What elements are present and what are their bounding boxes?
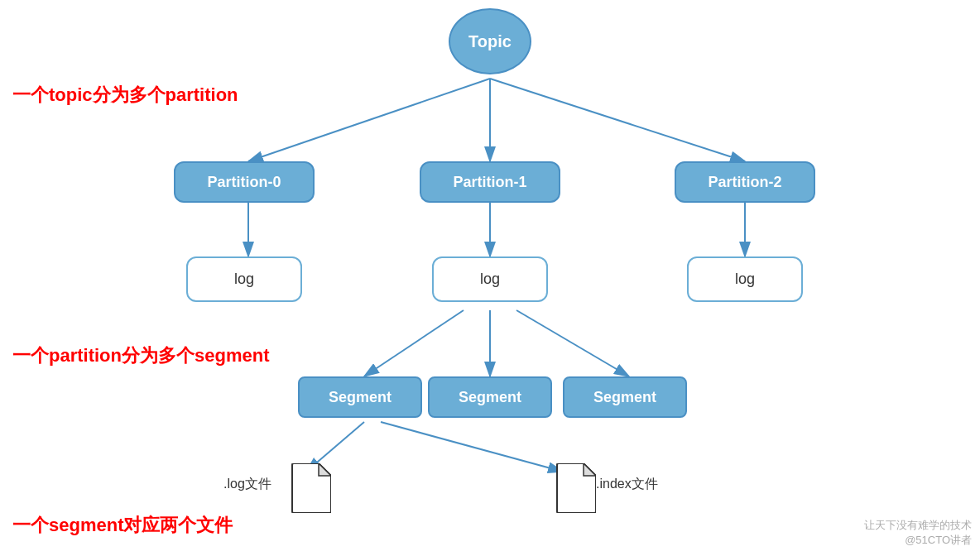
segment-1-node: Segment [428, 376, 552, 418]
segment-0-node: Segment [298, 376, 422, 418]
index-file-label: .index文件 [596, 476, 658, 493]
log-0-node: log [186, 256, 302, 302]
segment-2-node: Segment [563, 376, 687, 418]
svg-line-3 [490, 79, 745, 161]
watermark: 让天下没有难学的技术@51CTO讲者 [864, 506, 972, 548]
partition-2-node: Partition-2 [675, 161, 815, 203]
annotation-topic-partition: 一个topic分为多个partition [12, 83, 238, 108]
svg-line-9 [516, 310, 629, 376]
log-file-label: .log文件 [223, 476, 271, 493]
annotation-partition-segment: 一个partition分为多个segment [12, 343, 269, 368]
svg-line-11 [381, 422, 563, 472]
log-2-node: log [687, 256, 803, 302]
topic-node: Topic [449, 8, 531, 74]
partition-0-node: Partition-0 [174, 161, 315, 203]
svg-line-1 [248, 79, 490, 161]
diagram-container: 一个topic分为多个partition Topic Partition-0 P… [0, 0, 980, 556]
log-1-node: log [432, 256, 548, 302]
annotation-segment-files: 一个segment对应两个文件 [12, 513, 233, 538]
partition-1-node: Partition-1 [420, 161, 560, 203]
log-file-icon [290, 463, 331, 513]
svg-line-7 [364, 310, 464, 376]
index-file-icon [555, 463, 596, 513]
